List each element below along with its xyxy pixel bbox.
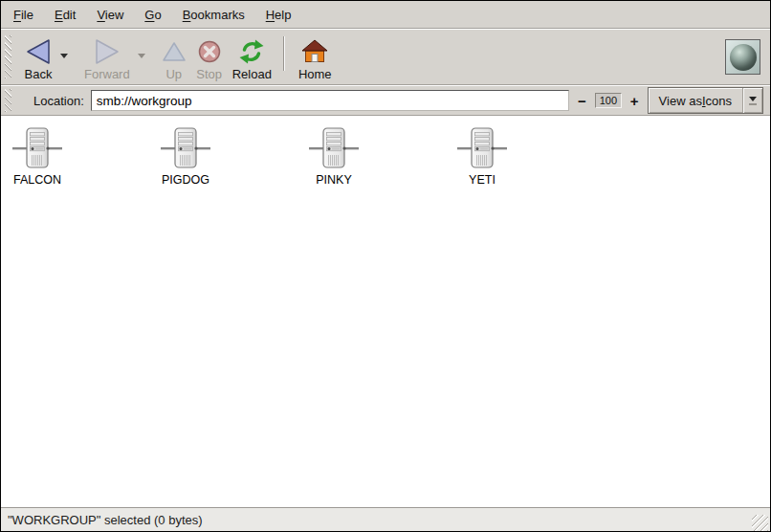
up-icon [162,38,187,65]
stop-button[interactable]: Stop [191,33,228,82]
icon-view[interactable]: FALCON PIGDOG PINKY YETI [1,117,770,507]
toolbar-drag-handle[interactable] [5,35,11,78]
forward-icon [93,38,121,65]
icon-grid: FALCON PIGDOG PINKY YETI [1,126,770,187]
forward-button-group: Forward [79,33,151,82]
smb-server-icon [457,126,507,170]
location-label: Location: [33,94,84,108]
forward-button[interactable]: Forward [79,33,135,82]
statusbar: "WORKGROUP" selected (0 bytes) [1,507,770,531]
smb-server-icon [309,126,359,170]
forward-label: Forward [84,67,130,81]
zoom-in-icon[interactable]: + [628,94,641,108]
menu-edit[interactable]: Edit [44,5,86,25]
reload-icon [238,38,265,65]
stop-label: Stop [196,67,222,81]
nautilus-window: File Edit View Go Bookmarks Help Back Fo… [0,0,771,532]
menu-help[interactable]: Help [255,5,302,25]
back-icon [24,38,53,65]
globe-sphere [730,44,757,71]
resize-grip-icon[interactable] [752,515,768,531]
reload-label: Reload [232,67,272,81]
back-history-chevron-icon[interactable] [60,54,68,58]
reload-button[interactable]: Reload [228,33,276,82]
dropdown-indicator-icon [742,88,762,113]
stop-icon [196,38,223,65]
server-item-pinky[interactable]: PINKY [297,126,370,187]
view-as-select[interactable]: View as Icons [648,87,763,114]
locationbar-drag-handle[interactable] [5,89,11,112]
status-text: "WORKGROUP" selected (0 bytes) [8,513,203,527]
server-item-label: YETI [469,173,496,187]
back-label: Back [25,67,53,81]
toolbar: Back Forward Up [1,30,770,84]
zoom-out-icon[interactable]: − [576,94,588,108]
location-bar: Location: − 100 + View as Icons [1,86,770,115]
up-button[interactable]: Up [157,33,191,82]
toolbar-separator [283,36,285,71]
server-item-label: FALCON [13,173,61,187]
throbber-globe-icon [725,39,760,75]
server-item-yeti[interactable]: YETI [446,126,518,187]
smb-server-icon [161,126,210,170]
home-icon [301,38,328,65]
menubar: File Edit View Go Bookmarks Help [1,1,770,28]
menu-view[interactable]: View [86,5,134,25]
zoom-level-indicator[interactable]: 100 [595,93,622,108]
location-input[interactable] [91,90,569,111]
smb-server-icon [12,126,62,170]
server-item-label: PIGDOG [162,173,209,187]
server-item-label: PINKY [316,173,352,187]
server-item-pigdog[interactable]: PIGDOG [149,126,222,187]
back-button-group: Back [19,33,74,82]
server-item-falcon[interactable]: FALCON [1,126,74,187]
menu-file[interactable]: File [3,5,44,25]
back-button[interactable]: Back [19,33,57,82]
menu-go[interactable]: Go [134,5,171,25]
up-label: Up [165,67,182,81]
menu-bookmarks[interactable]: Bookmarks [172,5,255,25]
home-button[interactable]: Home [294,33,337,82]
view-as-label: View as Icons [649,88,742,113]
forward-history-chevron-icon[interactable] [138,54,145,58]
home-label: Home [298,67,332,81]
